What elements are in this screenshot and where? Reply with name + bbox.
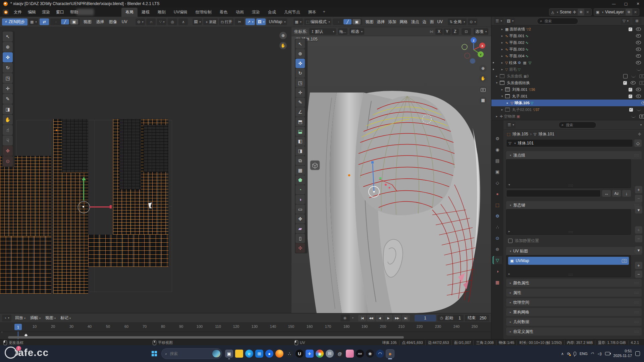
eye-closed-icon[interactable] bbox=[631, 75, 636, 77]
proportional-edit-toggle[interactable]: ◎ bbox=[168, 18, 177, 25]
viewport-menu-item[interactable]: 顶点 bbox=[409, 18, 421, 26]
eye-closed-icon[interactable] bbox=[637, 109, 641, 111]
uv-select-edge-button[interactable]: ╱ bbox=[61, 19, 69, 24]
viewport-tool-button[interactable]: ▭ bbox=[296, 204, 305, 214]
outliner-search-input[interactable] bbox=[544, 19, 575, 23]
taskbar-app-icon[interactable] bbox=[346, 350, 354, 358]
camera-icon[interactable] bbox=[639, 115, 644, 118]
uvmap-selector[interactable]: UVMap▾ bbox=[267, 18, 287, 25]
orientation-dropdown[interactable]: ⇅全局▾ bbox=[448, 18, 467, 25]
outliner-row-cylinder[interactable]: ▸▽柱体 ⚙ ▦ ▽ bbox=[491, 59, 644, 66]
viewport-tool-button[interactable]: ▰ bbox=[296, 224, 305, 233]
workspace-tab[interactable]: 脚本 bbox=[304, 8, 320, 17]
uv-island[interactable] bbox=[0, 156, 51, 236]
uv-tool-button[interactable]: ✜ bbox=[3, 52, 13, 62]
properties-context-dropdown[interactable]: ☰▾ bbox=[506, 122, 516, 128]
eye-icon[interactable] bbox=[631, 81, 636, 84]
eye-icon[interactable] bbox=[636, 88, 641, 91]
outliner-row-hairconvert[interactable]: ▾头发曲线转换 bbox=[491, 79, 644, 86]
uv-tool-button[interactable]: ☟ bbox=[3, 135, 13, 145]
viewport-tool-button[interactable]: ⬟ bbox=[296, 175, 305, 185]
menu-item[interactable]: 编辑 bbox=[25, 8, 39, 16]
eye-closed-icon[interactable] bbox=[637, 68, 641, 71]
camera-icon[interactable] bbox=[639, 74, 644, 78]
properties-tab[interactable]: ▣ bbox=[493, 168, 502, 176]
playback-button[interactable]: ◀ bbox=[376, 315, 384, 321]
timeline-menu-item[interactable]: 视图▾ bbox=[43, 314, 58, 322]
exclude-checkbox[interactable] bbox=[623, 81, 627, 85]
playback-button[interactable]: ◀◀ bbox=[367, 315, 375, 321]
uv-tool-button[interactable]: ↖ bbox=[3, 32, 13, 42]
eye-icon[interactable] bbox=[636, 41, 641, 44]
playback-button[interactable]: ▶| bbox=[402, 315, 410, 321]
uv-select-face-button[interactable]: ▣ bbox=[70, 19, 78, 24]
pan-hand-icon[interactable]: ✋ bbox=[279, 42, 287, 49]
exclude-checkbox[interactable] bbox=[623, 74, 628, 78]
viewport-tool-button[interactable]: ✥ bbox=[296, 214, 305, 224]
sort-az-button[interactable]: Az bbox=[612, 190, 621, 197]
taskbar-search-input[interactable] bbox=[169, 351, 201, 356]
uvmap-add-button[interactable]: ＋ bbox=[635, 262, 642, 269]
drag-dropdown[interactable]: 拖... bbox=[338, 28, 347, 35]
eye-icon[interactable] bbox=[641, 101, 644, 105]
language-indicator[interactable]: ENG bbox=[580, 352, 588, 356]
menu-item[interactable]: 窗口 bbox=[53, 8, 67, 16]
eye-closed-icon[interactable] bbox=[631, 115, 636, 118]
taskbar-app-icon[interactable]: ✈ bbox=[306, 350, 314, 358]
workspace-tab[interactable]: + bbox=[320, 8, 328, 17]
gizmo-x-handle[interactable] bbox=[110, 205, 112, 208]
uv-menu-item[interactable]: UV bbox=[119, 18, 130, 25]
battery-icon[interactable] bbox=[605, 352, 610, 355]
viewport-tool-button[interactable]: ⧉ bbox=[296, 156, 305, 165]
start-frame-field[interactable]: ◷ 起始1 bbox=[437, 315, 464, 321]
outliner-row-haircurves[interactable]: ▸头发曲线▦3 bbox=[491, 73, 644, 79]
pivot-dropdown[interactable]: ⊙▾ bbox=[136, 18, 145, 25]
uv-island[interactable] bbox=[139, 235, 168, 267]
viewport-tool-button[interactable]: ↻ bbox=[296, 68, 305, 78]
taskbar-app-icon[interactable]: 回 bbox=[326, 350, 334, 358]
taskbar-app-icon[interactable]: @ bbox=[336, 350, 344, 358]
mirror-y-button[interactable]: Y bbox=[443, 28, 451, 35]
image-dropdown[interactable]: 🖽▾ bbox=[193, 18, 202, 25]
taskbar-app-icon[interactable]: ▣ bbox=[225, 350, 233, 358]
vgroup-remove-button[interactable]: − bbox=[635, 195, 642, 202]
taskbar-app-icon[interactable]: e bbox=[245, 350, 253, 358]
taskbar-app-icon[interactable] bbox=[275, 350, 283, 358]
blender-menu-icon[interactable] bbox=[3, 9, 9, 15]
camera-icon[interactable] bbox=[639, 81, 644, 85]
shapekey-add-button[interactable]: ＋ bbox=[635, 226, 642, 234]
workspace-tab[interactable]: 几何节点 bbox=[280, 8, 304, 17]
properties-tab[interactable]: ◇ bbox=[493, 179, 502, 187]
eye-icon[interactable] bbox=[636, 54, 641, 58]
taskbar-search[interactable]: ⌕ bbox=[161, 348, 222, 359]
exclude-checkbox[interactable] bbox=[629, 108, 633, 112]
scene-selector[interactable]: ◬▾ Scene ✜ ⧉ ✕ bbox=[549, 8, 592, 16]
outliner-row-liuhai[interactable]: ▸刘海.001▽36 bbox=[491, 86, 644, 93]
pivot-point-dropdown[interactable]: ⊙▾ bbox=[468, 18, 477, 25]
properties-tab[interactable]: ⚙ bbox=[493, 212, 502, 220]
playhead-frame-box[interactable]: 1 bbox=[14, 324, 22, 330]
timeline-ruler[interactable]: 1020304050607080901001101201301401501601… bbox=[0, 323, 491, 332]
timeline-menu-item[interactable]: 回放▾ bbox=[13, 314, 28, 322]
properties-tab[interactable]: ▦ bbox=[493, 278, 502, 286]
properties-tab[interactable]: ⊙ bbox=[493, 234, 502, 242]
viewport-tool-button[interactable]: ✜ bbox=[296, 59, 305, 68]
collapsed-panel-header[interactable]: ▸几何数据:::: bbox=[506, 318, 642, 326]
uv-tool-button[interactable]: ✎ bbox=[3, 94, 13, 104]
vertex-select-button[interactable]: · bbox=[334, 19, 342, 24]
notification-icon[interactable] bbox=[635, 351, 640, 356]
uv-island-unselected[interactable] bbox=[144, 125, 168, 172]
vgroup-name-input[interactable] bbox=[506, 190, 601, 197]
current-frame-field[interactable]: 1 bbox=[415, 315, 436, 321]
pin-icon[interactable]: ✜ bbox=[573, 10, 576, 14]
vgroup-specials-button[interactable]: ▾ bbox=[635, 206, 642, 214]
viewport-menu-item[interactable]: 视图 bbox=[364, 18, 375, 26]
eye-icon[interactable] bbox=[636, 48, 641, 51]
viewport-tool-button[interactable]: ◨ bbox=[296, 146, 305, 156]
auto-key-toggle[interactable]: ◉ bbox=[340, 315, 350, 321]
outliner-row-eyebrow[interactable]: ▸▽眉毛▽ bbox=[491, 66, 644, 73]
viewport-tool-button[interactable]: ⬒ bbox=[296, 117, 305, 126]
editor-type-dropdown[interactable]: ▦▾ bbox=[29, 18, 38, 25]
uvmap-list-item[interactable]: ▣ UVMap bbox=[508, 257, 629, 265]
viewport-tool-button[interactable]: ∠ bbox=[296, 107, 305, 117]
